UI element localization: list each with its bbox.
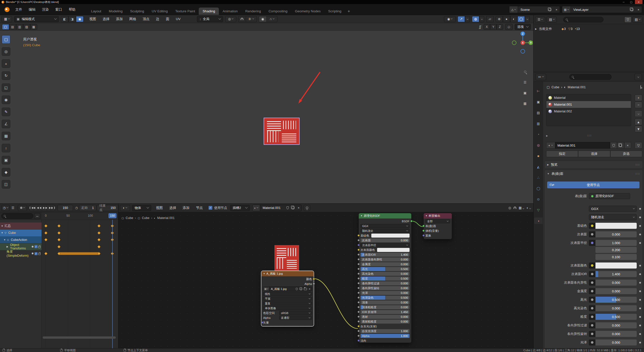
move-slot-down-button[interactable]: ▼ xyxy=(635,126,642,132)
tool-rotate[interactable]: ↻ xyxy=(2,71,10,80)
keyframe-diamond[interactable] xyxy=(44,238,48,241)
tool-annotate[interactable]: ✎ xyxy=(2,108,10,116)
scene-selector[interactable]: △ Scene × xyxy=(509,6,560,13)
jump-to-end-button[interactable] xyxy=(51,205,55,211)
node-slider-各向异性旋转[interactable]: 各向异性旋转0.000 xyxy=(360,286,410,290)
scene-icon[interactable]: △ xyxy=(509,6,518,13)
remove-slot-button[interactable]: − xyxy=(635,102,642,108)
channel-角度-simpledeform-[interactable]: 角度 (SimpleDeform)✱✓ xyxy=(0,250,42,257)
channel-cube[interactable]: ▼▽Cube xyxy=(0,230,42,236)
material-output-node[interactable]: ▼材质输出 全部 表(曲)面体积(音量)置换 xyxy=(424,213,452,239)
input-socket[interactable] xyxy=(357,277,360,280)
input-socket[interactable] xyxy=(357,282,360,284)
show-overlays-icon[interactable]: ◍ xyxy=(472,16,479,22)
output-socket[interactable] xyxy=(313,283,315,285)
solid-shading-icon[interactable]: ● xyxy=(503,16,510,22)
input-socket[interactable] xyxy=(357,339,360,342)
color-swatch[interactable] xyxy=(377,248,410,252)
material-slot-material-001[interactable]: Material.001 xyxy=(546,101,631,108)
workspace-tab-compositing[interactable]: Compositing xyxy=(265,8,291,15)
viewport-menu-视图[interactable]: 视图 xyxy=(86,16,99,22)
principled-bsdf-node[interactable]: ▼原理化BSDF BSDF GGX随机游走基础色次表面0.000次表面半径次表面… xyxy=(359,213,411,343)
channel-汇总[interactable]: ▼汇总 xyxy=(0,223,42,229)
keyframe-dot[interactable] xyxy=(639,307,641,309)
keyframe-diamond[interactable] xyxy=(57,245,61,248)
collapse-icon[interactable]: ▼ xyxy=(360,215,363,217)
viewport-menu-边[interactable]: 边 xyxy=(153,16,163,22)
properties-editor-type-button[interactable]: ≔ xyxy=(536,74,546,80)
keyframe-dot[interactable] xyxy=(639,208,641,210)
keyframe-dot[interactable] xyxy=(639,325,641,326)
channel-unlocked-icon[interactable] xyxy=(38,246,41,248)
keyframe-diamond[interactable] xyxy=(97,224,101,228)
input-socket[interactable] xyxy=(357,311,360,313)
wireframe-shading-icon[interactable]: ⊕ xyxy=(496,16,503,22)
pin-icon[interactable] xyxy=(304,205,310,211)
correct-face-attributes-icon[interactable]: ◇ xyxy=(505,24,513,30)
properties-tab-render[interactable]: ▣ xyxy=(535,99,542,105)
select-mode-invert-icon[interactable]: ▨ xyxy=(23,24,30,30)
orthographic-grid-icon[interactable]: ▦ xyxy=(522,100,528,107)
value-slider-次表面各向异性[interactable]: 0.000 xyxy=(595,280,637,286)
properties-tab-view-layer[interactable]: ▥ xyxy=(535,120,542,127)
output-target-dropdown[interactable]: 全部 xyxy=(425,219,450,223)
pivot-point-dropdown[interactable]: ◎ xyxy=(225,16,236,22)
node-slider-自发光强度[interactable]: 自发光强度1.000 xyxy=(360,329,410,333)
node-slider-清漆[interactable]: 清漆0.000 xyxy=(360,300,410,304)
expand-icon[interactable]: ▼ xyxy=(1,232,5,234)
shader-menu-添加[interactable]: 添加 xyxy=(179,205,193,211)
material-preview-icon[interactable]: ◐ xyxy=(510,16,517,22)
viewport-canvas[interactable]: ▢◎+↻◱◉✎∠▦↑▣◆◫ 用户透视 (150) Cube Z X Y ☰ ▣ xyxy=(0,31,533,204)
keyframe-diamond[interactable] xyxy=(44,252,48,255)
current-frame-field[interactable]: 150 xyxy=(58,205,73,211)
editor-type-button[interactable]: ▦ xyxy=(2,16,12,22)
timeline-ruler[interactable]: 050100150 xyxy=(42,212,118,220)
use-nodes-checkbox[interactable]: ✓ 使用节点 xyxy=(209,206,227,210)
dopesheet-editor-type-button[interactable]: ◷ xyxy=(2,205,10,211)
menu-窗口[interactable]: 窗口 xyxy=(52,6,65,13)
workspace-tab-scripting[interactable]: Scripting xyxy=(324,8,345,15)
tool-measure[interactable]: ∠ xyxy=(2,120,10,128)
channel-unlocked-icon[interactable] xyxy=(38,253,41,255)
maximize-button[interactable]: ▢ xyxy=(627,0,635,4)
properties-tab-material[interactable]: ◑ xyxy=(534,217,543,224)
node-dropdown-ggx[interactable]: GGX xyxy=(360,224,410,228)
collapse-icon[interactable]: ▼ xyxy=(547,172,549,175)
keyframe-dot[interactable] xyxy=(639,342,641,343)
node-slider-透射粗糙度[interactable]: 透射粗糙度0.000 xyxy=(360,320,410,324)
tool-inset[interactable]: ▣ xyxy=(2,156,10,164)
keyframe-dot[interactable] xyxy=(639,273,641,275)
mirror-axis-x-button[interactable]: X xyxy=(484,24,490,30)
shader-overlays-dropdown[interactable]: ◐ xyxy=(527,206,531,210)
add-workspace-button[interactable]: + xyxy=(345,8,352,15)
modifier-wrench-icon[interactable]: ✱ xyxy=(31,245,34,248)
shader-snap-dropdown[interactable]: ▦ xyxy=(519,206,524,210)
input-socket[interactable] xyxy=(357,292,360,294)
fake-user-shield-icon[interactable] xyxy=(285,205,290,211)
tool-transform[interactable]: ◉ xyxy=(2,96,10,104)
node-slider-alpha[interactable]: Alpha1.000 xyxy=(360,334,410,338)
shader-menu-视图[interactable]: 视图 xyxy=(153,205,166,211)
material-slot-material-002[interactable]: Material.002 xyxy=(546,108,631,115)
keyframe-dot[interactable] xyxy=(639,316,641,318)
menu-编辑[interactable]: 编辑 xyxy=(25,6,39,13)
material-name-field[interactable]: Material.001 xyxy=(555,142,610,149)
textured-cube-object[interactable] xyxy=(264,118,300,145)
input-socket[interactable] xyxy=(422,230,425,232)
outliner-root-row[interactable]: ▶ 当前文件 ◆3▽3•13 xyxy=(535,27,580,31)
next-keyframe-button[interactable] xyxy=(47,205,51,211)
material-unlink-icon[interactable]: × xyxy=(624,142,631,149)
select-mode-subtract-icon[interactable]: ▥ xyxy=(16,24,23,30)
visibility-dropdown[interactable]: ◉ xyxy=(444,16,456,22)
image-icon[interactable]: ▥ xyxy=(263,287,269,291)
keyframe-diamond[interactable] xyxy=(44,231,48,235)
workspace-tab-geometry-nodes[interactable]: Geometry Nodes xyxy=(291,8,324,15)
snap-cursor-icon[interactable]: ◎ xyxy=(508,206,511,210)
color-swatch[interactable] xyxy=(371,234,410,238)
value-slider[interactable]: 1.000 xyxy=(595,240,637,246)
keyframe-diamond[interactable] xyxy=(57,224,61,228)
node-canvas[interactable]: ▢Cube›▢Cube›◐Material.001 ▼原理化BSDF BSDF … xyxy=(118,212,533,348)
proportional-edit-icon[interactable]: ◉ xyxy=(259,16,266,22)
node-slider-清漆粗糙度[interactable]: 清漆粗糙度0.030 xyxy=(360,305,410,309)
properties-tab-modifiers[interactable]: ◭ xyxy=(535,163,542,170)
